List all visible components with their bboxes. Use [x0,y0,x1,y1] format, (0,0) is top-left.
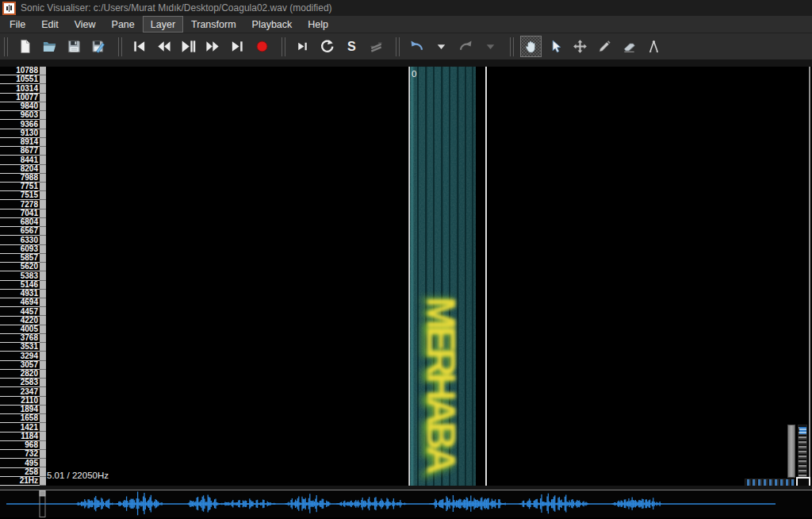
rewind-icon [156,39,171,54]
freq-label: 5620 [0,263,40,271]
fast-forward-icon [205,39,220,54]
erase-tool-icon [622,39,637,54]
undo-icon [409,39,424,54]
menu-item-help[interactable]: Help [300,16,336,33]
menu-item-file[interactable]: File [2,16,33,33]
sonic-visualiser-window: Sonic Visualiser: c:/Users/Murat Mıdık/D… [0,0,812,519]
open-file-icon [42,39,57,54]
erase-tool-button[interactable] [619,36,640,57]
redo-icon [458,39,473,54]
play-pause-icon [181,39,196,54]
measure-tool-button[interactable] [643,36,665,57]
navigate-tool-button[interactable] [520,36,542,57]
toolbar-handle[interactable] [4,37,8,56]
freq-label: 732 [0,450,40,459]
svg-text:S: S [347,39,356,53]
draw-tool-button[interactable] [594,36,615,57]
freq-label: 4694 [0,298,40,307]
spectrogram-embedded-text: MERHABA [419,297,463,475]
toolbar-group-play-modes: S [292,36,387,57]
record-icon [255,39,270,54]
redo-button [455,36,477,57]
vertical-pan-slider[interactable] [787,425,795,478]
region-end-line [485,67,487,486]
spectrogram-pane[interactable]: 1078810551103141007798409603936691308914… [0,67,812,486]
cursor-frequency-status: 5.01 / 22050Hz [47,471,109,480]
skip-end-icon [230,39,245,54]
undo-caret-icon [434,39,449,54]
window-title: Sonic Visualiser: c:/Users/Murat Mıdık/D… [21,2,332,13]
freq-label: 21Hz [0,477,40,486]
new-file-icon [17,39,33,54]
navigate-tool-icon [523,39,538,54]
freq-label: 8677 [0,147,40,156]
new-file-button[interactable] [14,36,36,57]
freq-label: 1421 [0,423,40,432]
freq-label: 1658 [0,414,40,423]
freq-label: 495 [0,459,40,467]
toolbar-handle[interactable] [118,37,122,56]
freq-label: 2583 [0,379,40,387]
menu-item-playback[interactable]: Playback [244,16,301,33]
toolbar-handle[interactable] [510,37,514,56]
menu-item-pane[interactable]: Pane [104,16,143,33]
toolbar-handle[interactable] [282,37,285,56]
select-tool-icon [548,39,563,54]
undo-caret[interactable] [431,36,452,57]
play-pause-button[interactable] [178,36,199,57]
solo-icon: S [344,39,359,54]
menu-item-layer[interactable]: Layer [143,16,183,33]
align-button [366,36,387,57]
menu-item-edit[interactable]: Edit [33,16,67,33]
constrain-playback-button[interactable] [292,36,313,57]
app-logo-icon [2,2,16,15]
redo-caret-icon [483,39,498,54]
frequency-scale-strip [40,67,46,486]
freq-label: 9366 [0,120,40,129]
frequency-axis: 1078810551103141007798409603936691308914… [0,67,40,486]
undo-button[interactable] [406,36,427,57]
menu-item-transform[interactable]: Transform [183,16,244,33]
vertical-zoom-wheel[interactable] [798,425,807,478]
select-tool-button[interactable] [545,36,566,57]
open-file-button[interactable] [39,36,60,57]
spectrogram-image[interactable]: MERHABA MERHABA [410,67,476,486]
record-button[interactable] [251,36,273,57]
freq-label: 5383 [0,271,40,280]
save-file-as-icon [91,39,106,54]
toolbar-group-playback [128,36,273,57]
constrain-playback-icon [295,39,310,54]
overview-playhead-handle[interactable] [40,491,45,497]
toolbar-group-file [14,36,109,57]
measure-tool-icon [646,39,661,54]
dock-separator [0,60,812,67]
freq-label: 10314 [0,84,40,93]
frame-number-label: 0 [412,69,416,79]
redo-caret [480,36,501,57]
fast-forward-button[interactable] [202,36,224,57]
toolbar-handle[interactable] [396,37,400,56]
save-file-button[interactable] [63,36,85,57]
freq-label: 10551 [0,75,40,84]
draw-tool-icon [597,39,612,54]
skip-start-button[interactable] [128,36,150,57]
freq-label: 6567 [0,227,40,236]
freq-label: 4457 [0,307,40,316]
toolbar-group-history [406,36,501,57]
freq-label: 6330 [0,236,40,244]
vertical-scrollbar[interactable] [809,67,810,486]
menu-item-view[interactable]: View [67,16,104,33]
skip-end-button[interactable] [227,36,248,57]
edit-tool-button[interactable] [569,36,591,57]
rewind-button[interactable] [153,36,174,57]
save-file-icon [67,39,82,54]
edit-tool-icon [573,39,588,54]
toolbar-group-tools [520,36,665,57]
toolbar: S [0,33,812,60]
save-file-as-button[interactable] [88,36,109,57]
overview-pane[interactable] [0,490,812,518]
freq-label: 9603 [0,111,40,120]
freq-label: 7515 [0,191,40,200]
loop-playback-button[interactable] [316,36,338,57]
solo-button[interactable]: S [341,36,362,57]
